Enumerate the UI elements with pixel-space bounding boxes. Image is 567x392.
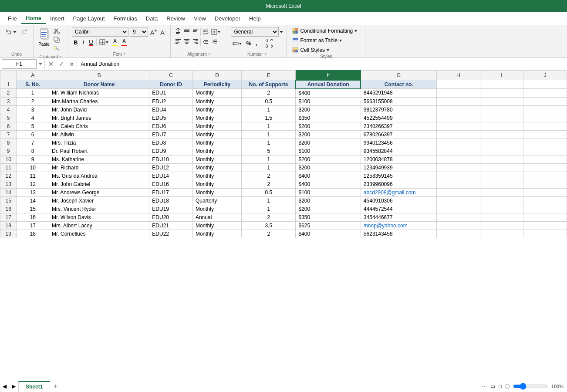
menu-developer[interactable]: Developer: [210, 14, 245, 24]
cell-h13[interactable]: [437, 180, 480, 188]
font-size-select[interactable]: 9: [130, 27, 148, 37]
cell-c7[interactable]: EDU7: [149, 130, 193, 139]
cell-j18[interactable]: [523, 221, 567, 230]
cell-b2[interactable]: Mr. William Nicholas: [49, 89, 149, 98]
align-top-button[interactable]: [174, 27, 182, 36]
scroll-right-button[interactable]: ▶: [9, 382, 18, 390]
cell-h5[interactable]: [437, 114, 480, 122]
cell-j9[interactable]: [523, 147, 567, 155]
cell-a10[interactable]: 9: [17, 155, 49, 163]
cell-i8[interactable]: [480, 139, 523, 147]
cell-d11[interactable]: Monthly: [192, 163, 241, 172]
cell-e13[interactable]: 2: [241, 180, 295, 188]
cell-j19[interactable]: [523, 230, 567, 238]
cell-d18[interactable]: Monthly: [192, 221, 241, 230]
cell-h11[interactable]: [437, 163, 480, 172]
cell-b5[interactable]: Mr. Bright James: [49, 114, 149, 122]
redo-button[interactable]: [19, 27, 30, 37]
cell-h15[interactable]: [437, 196, 480, 205]
cell-h14[interactable]: [437, 188, 480, 196]
cell-j12[interactable]: [523, 172, 567, 180]
cell-j14[interactable]: [523, 188, 567, 196]
cell-c2[interactable]: EDU1: [149, 89, 193, 98]
cell-f11[interactable]: $200: [296, 163, 361, 172]
cell-h1[interactable]: [437, 80, 480, 89]
menu-data[interactable]: Data: [142, 14, 162, 24]
currency-button[interactable]: [231, 40, 243, 47]
menu-formulas[interactable]: Formulas: [109, 14, 142, 24]
conditional-formatting-button[interactable]: Conditional Formatting: [290, 27, 361, 35]
normal-view-button[interactable]: ▭: [490, 383, 495, 389]
cell-c17[interactable]: EDU20: [149, 213, 193, 221]
cell-b1[interactable]: Donor Name: [49, 80, 149, 89]
cell-g2[interactable]: 8445291948: [361, 89, 436, 98]
cell-a13[interactable]: 12: [17, 180, 49, 188]
menu-home[interactable]: Home: [21, 13, 46, 24]
cell-d16[interactable]: Monthly: [192, 205, 241, 213]
cell-i14[interactable]: [480, 188, 523, 196]
cell-j11[interactable]: [523, 163, 567, 172]
cell-b11[interactable]: Mr. Richard: [49, 163, 149, 172]
cell-b10[interactable]: Ms. Katharine: [49, 155, 149, 163]
cell-c3[interactable]: EDU2: [149, 97, 193, 105]
cell-c10[interactable]: EDU10: [149, 155, 193, 163]
cell-j6[interactable]: [523, 122, 567, 130]
cell-d14[interactable]: Monthly: [192, 188, 241, 196]
cell-c16[interactable]: EDU19: [149, 205, 193, 213]
cell-e15[interactable]: 1: [241, 196, 295, 205]
cell-g9[interactable]: 9345582844: [361, 147, 436, 155]
cell-b17[interactable]: Mr. Wilson Davis: [49, 213, 149, 221]
cell-a6[interactable]: 5: [17, 122, 49, 130]
cell-g7[interactable]: 6780266397: [361, 130, 436, 139]
cell-b3[interactable]: Mrs.Martha Charles: [49, 97, 149, 105]
cell-ref-dropdown[interactable]: [38, 61, 43, 67]
cell-g5[interactable]: 4522554499: [361, 114, 436, 122]
align-left-button[interactable]: [174, 37, 182, 47]
menu-view[interactable]: View: [189, 14, 210, 24]
underline-button[interactable]: U: [87, 38, 95, 47]
cell-a3[interactable]: 2: [17, 97, 49, 105]
cell-e12[interactable]: 2: [241, 172, 295, 180]
col-header-a[interactable]: A: [17, 71, 49, 80]
cell-g19[interactable]: 5623143458: [361, 230, 436, 238]
italic-button[interactable]: I: [81, 39, 86, 46]
cell-b9[interactable]: Dr. Paul Robert: [49, 147, 149, 155]
cell-i2[interactable]: [480, 89, 523, 98]
increase-decimal-button[interactable]: .0: [263, 38, 275, 43]
cut-button[interactable]: [53, 27, 61, 35]
zoom-slider[interactable]: [513, 383, 548, 390]
undo-button[interactable]: [3, 27, 18, 37]
cell-c5[interactable]: EDU5: [149, 114, 193, 122]
cell-e2[interactable]: 2: [241, 89, 295, 98]
add-sheet-button[interactable]: +: [50, 382, 61, 391]
cell-g4[interactable]: 9812379780: [361, 105, 436, 114]
cell-b16[interactable]: Mrs. Vincent Ryder: [49, 205, 149, 213]
cell-e14[interactable]: 0.5: [241, 188, 295, 196]
cell-f6[interactable]: $200: [296, 122, 361, 130]
cell-f12[interactable]: $400: [296, 172, 361, 180]
cell-b18[interactable]: Mrs. Albert Lacey: [49, 221, 149, 230]
cell-h18[interactable]: [437, 221, 480, 230]
cell-c9[interactable]: EDU9: [149, 147, 193, 155]
cell-g1[interactable]: Contact no.: [361, 80, 436, 89]
function-button[interactable]: fx: [68, 61, 75, 67]
cell-d1[interactable]: Periodicity: [192, 80, 241, 89]
cell-j4[interactable]: [523, 105, 567, 114]
more-options-button[interactable]: ⋯: [482, 383, 487, 389]
cell-a18[interactable]: 17: [17, 221, 49, 230]
font-color-button[interactable]: A: [120, 38, 128, 47]
cell-i15[interactable]: [480, 196, 523, 205]
cell-f15[interactable]: $200: [296, 196, 361, 205]
cell-f13[interactable]: $400: [296, 180, 361, 188]
cell-b7[interactable]: Mr. Allwin: [49, 130, 149, 139]
cell-h12[interactable]: [437, 172, 480, 180]
cell-reference-box[interactable]: F1: [2, 59, 37, 69]
cell-a1[interactable]: S. No.: [17, 80, 49, 89]
cell-b12[interactable]: Ms. Grisilda Andrea: [49, 172, 149, 180]
cell-f9[interactable]: $100: [296, 147, 361, 155]
cell-h2[interactable]: [437, 89, 480, 98]
cell-c14[interactable]: EDU17: [149, 188, 193, 196]
cell-e11[interactable]: 1: [241, 163, 295, 172]
cell-f16[interactable]: $200: [296, 205, 361, 213]
menu-help[interactable]: Help: [245, 14, 265, 24]
